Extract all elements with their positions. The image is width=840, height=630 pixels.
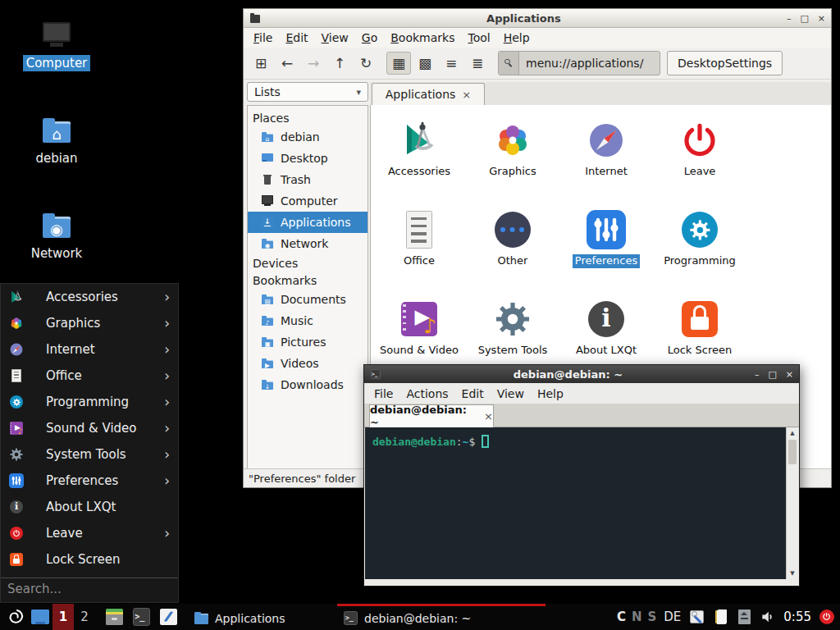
up-button[interactable]: ↑ xyxy=(327,52,352,75)
close-button[interactable]: × xyxy=(818,14,825,23)
menu-search-input[interactable]: Search... xyxy=(1,578,178,600)
scroll-up-icon[interactable]: ▲ xyxy=(787,427,798,439)
launcher-featherpad[interactable] xyxy=(159,604,178,630)
fm-titlebar[interactable]: Applications – □ × xyxy=(244,9,831,28)
main-menu-button[interactable] xyxy=(3,604,28,630)
scroll-down-icon[interactable]: ▼ xyxy=(787,568,798,579)
terminal-menu-file[interactable]: File xyxy=(368,387,399,400)
address-bar[interactable]: menu://applications/ xyxy=(498,51,660,75)
app-category-other[interactable]: Other xyxy=(466,204,559,294)
task-button-2[interactable]: >_debian@debian: ~ xyxy=(337,604,546,630)
app-category-graphics[interactable]: Graphics xyxy=(466,115,559,204)
reload-button[interactable]: ↻ xyxy=(354,52,378,75)
app-category-accessories[interactable]: Accessories xyxy=(372,115,466,204)
menu-item-leave[interactable]: Leave› xyxy=(1,520,178,546)
menu-item-accessories[interactable]: Accessories› xyxy=(1,284,178,310)
icon-view-button[interactable]: ▦ xyxy=(386,52,411,75)
address-path[interactable]: menu://applications/ xyxy=(519,57,660,70)
menu-item-office[interactable]: Office› xyxy=(1,363,178,389)
tab-close-icon[interactable]: × xyxy=(462,89,471,101)
search-icon[interactable] xyxy=(499,52,519,75)
app-category-leave[interactable]: Leave xyxy=(653,115,746,204)
menu-bookmarks[interactable]: Bookmarks xyxy=(384,31,461,44)
launcher-fm-launcher[interactable] xyxy=(105,604,124,630)
sidebar-item-documents[interactable]: ▤Documents xyxy=(248,289,368,310)
sidebar-item-computer[interactable]: Computer xyxy=(248,190,368,212)
menu-item-sound-video[interactable]: ▶♪Sound & Video› xyxy=(1,415,178,441)
tray-clipboard[interactable] xyxy=(712,604,728,630)
sidebar-item-network[interactable]: ◉Network xyxy=(248,233,368,254)
sidebar-item-pictures[interactable]: ▣Pictures xyxy=(248,331,368,353)
app-category-office[interactable]: Office xyxy=(372,204,466,294)
maximize-button[interactable]: □ xyxy=(768,370,776,379)
detailed-view-button[interactable]: ≣ xyxy=(465,52,490,75)
menu-item-internet[interactable]: Internet› xyxy=(1,336,178,363)
desktop-icon-debian[interactable]: ⌂debian xyxy=(16,115,98,167)
menu-tool[interactable]: Tool xyxy=(461,31,496,44)
menu-go[interactable]: Go xyxy=(355,31,384,44)
sidebar-item-music[interactable]: ♪Music xyxy=(248,310,368,331)
app-category-preferences[interactable]: Preferences xyxy=(559,204,653,294)
sidebar-item-debian[interactable]: ⌂debian xyxy=(248,126,368,148)
minimize-button[interactable]: – xyxy=(755,370,760,379)
menu-file[interactable]: File xyxy=(247,31,279,44)
new-tab-button[interactable]: ⊞ xyxy=(249,52,273,75)
sidebar-mode-combo[interactable]: Lists ▾ xyxy=(247,82,368,102)
menu-item-programming[interactable]: Programming› xyxy=(1,389,178,415)
menu-item-lock-screen[interactable]: Lock Screen xyxy=(1,546,178,573)
close-button[interactable]: × xyxy=(786,370,793,379)
thumbnail-view-button[interactable]: ▩ xyxy=(413,52,437,75)
forward-button[interactable]: → xyxy=(301,52,326,75)
launcher-terminal[interactable]: >_ xyxy=(132,604,151,630)
minimize-button[interactable]: – xyxy=(787,14,792,23)
terminal-menu-view[interactable]: View xyxy=(491,387,531,400)
terminal-screen[interactable]: debian@debian:~$ ▲ ▼ xyxy=(365,427,798,579)
menu-item-system-tools[interactable]: System Tools› xyxy=(1,441,178,468)
tab-close-icon[interactable]: × xyxy=(484,410,493,422)
app-category-programming[interactable]: Programming xyxy=(653,204,746,294)
programming-icon xyxy=(680,210,719,249)
sidebar-item-applications[interactable]: ↓Applications xyxy=(248,212,368,233)
workspace-2[interactable]: 2 xyxy=(74,604,95,630)
tray-volume[interactable] xyxy=(760,604,776,630)
terminal-titlebar[interactable]: >_ debian@debian: ~ – □ × xyxy=(364,365,799,383)
power-button[interactable] xyxy=(819,604,835,630)
terminal-menu-actions[interactable]: Actions xyxy=(399,387,454,400)
sidebar-item-trash[interactable]: Trash xyxy=(248,169,368,190)
tray-screenshot[interactable] xyxy=(688,604,705,630)
menu-item-graphics[interactable]: Graphics› xyxy=(1,310,178,336)
tray-eject[interactable] xyxy=(736,604,752,630)
workspace-1[interactable]: 1 xyxy=(52,604,74,630)
maximize-button[interactable]: □ xyxy=(800,14,808,23)
tab-applications[interactable]: Applications × xyxy=(372,83,485,105)
desktop-icon-computer[interactable]: Computer xyxy=(16,20,98,71)
sidebar-item-videos[interactable]: ▶Videos xyxy=(248,353,368,374)
leave-icon xyxy=(680,121,719,160)
desktop-settings-button[interactable]: DesktopSettings xyxy=(667,51,783,75)
sidebar-item-desktop[interactable]: Desktop xyxy=(248,148,368,169)
terminal-bottom-border xyxy=(364,579,799,586)
app-category-internet[interactable]: Internet xyxy=(559,115,653,204)
menu-item-about-lxqt[interactable]: iAbout LXQt xyxy=(1,494,178,520)
scrollbar-thumb[interactable] xyxy=(788,440,797,464)
keyboard-layout[interactable]: DE xyxy=(664,609,681,624)
menu-edit[interactable]: Edit xyxy=(279,31,314,44)
desktop-icon-network[interactable]: ◉Network xyxy=(16,210,98,262)
task-button-1[interactable]: Applications xyxy=(188,604,322,630)
sidebar-section-places: Places xyxy=(248,109,368,126)
sidebar-item-downloads[interactable]: ↓Downloads xyxy=(248,374,368,395)
menu-item-preferences[interactable]: Preferences› xyxy=(1,468,178,494)
terminal-menu-edit[interactable]: Edit xyxy=(455,387,491,400)
terminal-scrollbar[interactable]: ▲ ▼ xyxy=(786,427,798,579)
submenu-arrow-icon: › xyxy=(164,472,170,489)
menu-help[interactable]: Help xyxy=(497,31,536,44)
terminal-menu-help[interactable]: Help xyxy=(531,387,570,400)
sidebar-item-label: Music xyxy=(281,314,313,327)
terminal-tab[interactable]: debian@debian: ~ × xyxy=(369,404,494,427)
compact-view-button[interactable]: ≡ xyxy=(439,52,463,75)
lock-screen-icon xyxy=(680,299,719,339)
menu-view[interactable]: View xyxy=(315,31,355,44)
clock[interactable]: 0:55 xyxy=(783,609,811,624)
show-desktop-button[interactable] xyxy=(28,604,52,630)
back-button[interactable]: ← xyxy=(275,52,299,75)
